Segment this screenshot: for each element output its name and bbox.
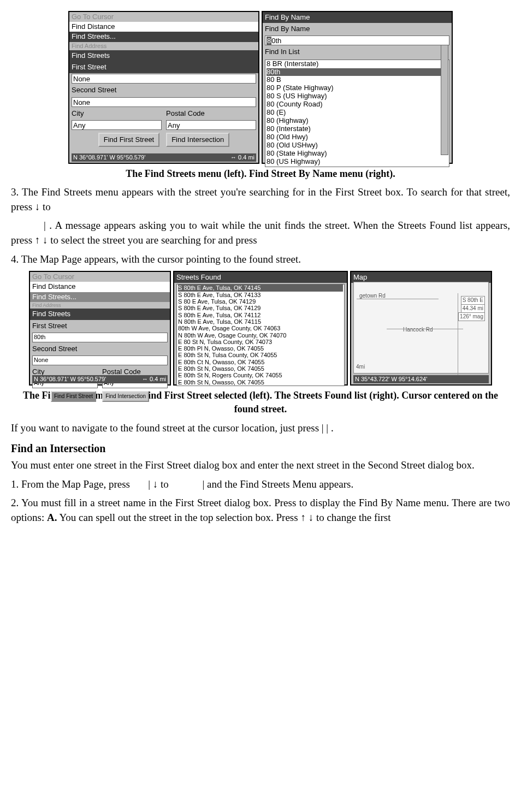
find-intersection-button[interactable]: Find Intersection <box>166 133 229 147</box>
coords: N 35°43.722' W 95°14.624' <box>355 375 427 383</box>
find-intersection-button[interactable]: Find Intersection <box>102 391 149 402</box>
list-item[interactable]: E 80th St N, Rogers County, OK 74055 <box>178 372 343 378</box>
first-street-input[interactable]: None <box>72 74 256 84</box>
list-item[interactable]: 80 (Old USHwy) <box>267 141 448 150</box>
menu-item[interactable]: Go To Cursor <box>69 12 258 22</box>
status-bar: N 36°08.971' W 95°50.579' ↔ 0.4 mi <box>32 375 168 383</box>
city-input[interactable]: Any <box>72 120 162 130</box>
find-by-name-panel: Find By Name Find By Name 80th Find In L… <box>262 11 453 164</box>
list-item[interactable]: 80 (Old Hwy) <box>267 133 448 141</box>
list-item[interactable]: E 80th St N, Tulsa County, OK 74055 <box>178 352 343 358</box>
find-first-street-button[interactable]: Find First Street <box>98 133 159 147</box>
list-item[interactable]: 80th <box>267 68 448 76</box>
list-item[interactable]: N 80th E Ave, Tulsa, OK 74115 <box>178 318 343 325</box>
list-item[interactable]: N 80th W Ave, Osage County, OK 74070 <box>178 332 343 339</box>
menu-item[interactable]: Find Address <box>69 42 258 50</box>
list-item[interactable]: S 80th W Ave, Creek County, OK 74047 <box>178 386 343 386</box>
second-street-label: Second Street <box>30 343 170 355</box>
list-item[interactable]: E 80th St N, Owasso, OK 74055 <box>178 379 343 386</box>
second-street-input[interactable]: None <box>32 355 168 365</box>
scrollbar[interactable] <box>441 45 448 155</box>
streets-found-panel: Streets Found S 80th E Ave, Tulsa, OK 74… <box>173 271 348 386</box>
body-text: 3. The Find Streets menu appears with th… <box>11 185 510 214</box>
first-street-label: First Street <box>69 61 258 73</box>
scale: ↔ 0.4 mi <box>142 375 166 383</box>
list-item[interactable]: E 80th Pl N, Owasso, OK 74055 <box>178 345 343 352</box>
map-panel: Map getown Rd S 80th E 44.34 mi 126° mag… <box>350 271 492 386</box>
list-item[interactable]: 80 (County Road) <box>267 100 448 109</box>
name-input[interactable]: 80th <box>265 35 449 45</box>
menu-item[interactable]: Find Streets... <box>69 32 258 42</box>
map-road-label: S 80th E <box>461 296 485 305</box>
menu-item[interactable]: Find Distance <box>69 22 258 32</box>
postal-label: Postal Code <box>164 108 258 120</box>
scale: ↔ 0.4 mi <box>230 153 254 162</box>
first-street-input[interactable]: 80th <box>32 333 168 342</box>
panel-title: Find Streets <box>69 50 258 61</box>
find-first-street-button[interactable]: Find First Street <box>51 391 96 402</box>
body-text: You must enter one street in the First S… <box>11 458 510 473</box>
body-text: | . A message appears asking you to wait… <box>11 218 510 247</box>
list-item[interactable]: 80 (Interstate) <box>267 125 448 133</box>
list-item[interactable]: 80 B <box>267 76 448 84</box>
body-text: 2. You must fill in a street name in the… <box>11 496 510 525</box>
streets-found-list[interactable]: S 80th E Ave, Tulsa, OK 74145 S 80th E A… <box>176 284 345 386</box>
first-street-label: First Street <box>30 320 170 332</box>
find-streets-panel: Go To Cursor Find Distance Find Streets.… <box>68 11 259 164</box>
results-list[interactable]: 8 BR (Interstate) 80th 80 B 80 P (State … <box>265 60 449 167</box>
list-item[interactable]: 80 S (US Highway) <box>267 92 448 100</box>
find-streets-panel: Go To Cursor Find Distance Find Streets.… <box>29 271 171 386</box>
map-bearing: 126° mag <box>458 312 485 321</box>
list-item[interactable]: E 80th Ct N, Owasso, OK 74055 <box>178 359 343 365</box>
list-item[interactable]: 80 (E) <box>267 109 448 117</box>
figure-1-caption: The Find Streets menu (left). Find Stree… <box>11 167 510 181</box>
second-street-input[interactable]: None <box>72 97 256 107</box>
body-text: If you want to navigate to the found str… <box>11 421 510 436</box>
panel-title: Streets Found <box>174 272 347 283</box>
figure-1: Go To Cursor Find Distance Find Streets.… <box>11 11 510 164</box>
list-item[interactable]: 8 BR (Interstate) <box>267 60 448 68</box>
list-item[interactable]: E 80th St N, Owasso, OK 74055 <box>178 365 343 372</box>
city-label: City <box>69 108 164 120</box>
body-text: 1. From the Map Page, press | ↓ to | and… <box>11 477 510 492</box>
section-heading: Find an Intersection <box>11 441 510 456</box>
list-item[interactable]: S 80th E Ave, Tulsa, OK 74129 <box>178 305 343 311</box>
list-item[interactable]: S 80th E Ave, Tulsa, OK 74133 <box>178 292 343 298</box>
menu-item[interactable]: Go To Cursor <box>30 272 170 282</box>
map-distance: 44.34 mi <box>461 304 485 313</box>
map-canvas[interactable]: getown Rd S 80th E 44.34 mi 126° mag Han… <box>353 282 489 374</box>
list-item[interactable]: E 80 St N, Tulsa County, OK 74073 <box>178 339 343 345</box>
figure-2: Go To Cursor Find Distance Find Streets.… <box>11 271 510 386</box>
find-by-name-header: Find By Name <box>263 23 452 35</box>
status-bar: N 35°43.722' W 95°14.624' <box>353 375 489 383</box>
menu-item[interactable]: Find Distance <box>30 282 170 292</box>
list-item[interactable]: S 80th E Ave, Tulsa, OK 74112 <box>178 312 343 318</box>
list-item[interactable]: 80 P (State Highway) <box>267 84 448 92</box>
coords: N 36°08.971' W 95°50.579' <box>73 153 145 162</box>
body-text: 4. The Map Page appears, with the cursor… <box>11 252 510 267</box>
second-street-label: Second Street <box>69 84 258 96</box>
find-in-list-header: Find In List <box>263 46 452 58</box>
status-bar: N 36°08.971' W 95°50.579' ↔ 0.4 mi <box>72 153 256 162</box>
list-item[interactable]: 80th W Ave, Osage County, OK 74063 <box>178 325 343 331</box>
list-item[interactable]: 80 (Highway) <box>267 117 448 125</box>
map-road-label: Hancock Rd <box>403 326 433 334</box>
list-item[interactable]: S 80th E Ave, Tulsa, OK 74145 <box>178 285 343 291</box>
menu-item[interactable]: Find Address <box>30 302 170 309</box>
coords: N 36°08.971' W 95°50.579' <box>34 375 106 383</box>
map-scale: 4mi <box>356 363 365 371</box>
postal-input[interactable]: Any <box>166 120 256 130</box>
list-item[interactable]: 80 (US Highway) <box>267 158 448 166</box>
panel-title: Find By Name <box>263 12 452 23</box>
menu-item[interactable]: Find Streets... <box>30 292 170 302</box>
list-item[interactable]: 80 000 <box>267 166 448 167</box>
list-item[interactable]: S 80 E Ave, Tulsa, OK 74129 <box>178 298 343 305</box>
list-item[interactable]: 80 (State Highway) <box>267 150 448 158</box>
panel-title: Find Streets <box>30 309 170 319</box>
